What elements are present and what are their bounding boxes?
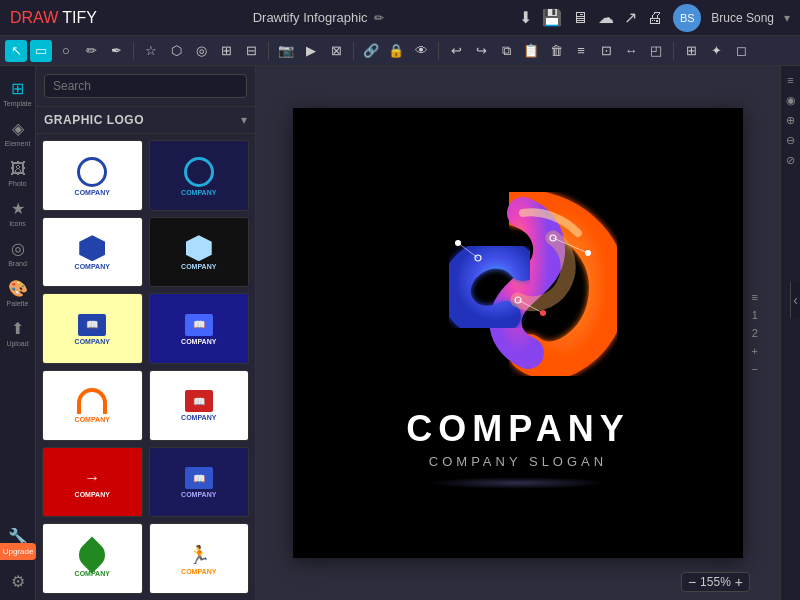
rs-icon-4[interactable]: ⊖	[783, 134, 799, 150]
photo-icon: 🖼	[10, 160, 26, 178]
group-tool[interactable]: ⊡	[595, 40, 617, 62]
pen-tool[interactable]: ✏	[80, 40, 102, 62]
canvas-content: COMPANY COMPANY SLOGAN	[293, 108, 743, 558]
template-item[interactable]: 📖COMPANYgraphic-logo-blue-red500*500 px	[149, 370, 250, 441]
sidebar-item-photo[interactable]: 🖼 Photo	[2, 154, 34, 192]
right-ctrl-3[interactable]: 2	[752, 327, 758, 339]
upload-label: Upload	[6, 340, 28, 347]
template-panel: GRAPHIC LOGO ▾ COMPANYgraphic-logo-Flowe…	[36, 66, 256, 600]
rect-tool[interactable]: ▭	[30, 40, 52, 62]
element-icon: ◈	[12, 119, 24, 138]
save-icon[interactable]: 💾	[542, 8, 562, 27]
template-item[interactable]: COMPANYgraphic-logo-blue-yellow500*500 p…	[42, 370, 143, 441]
template-item[interactable]: 📖COMPANYgraphic-logo-blue500*500 px	[42, 293, 143, 364]
sidebar-item-element[interactable]: ◈ Element	[2, 114, 34, 152]
edit-icon[interactable]: ✏	[374, 11, 384, 25]
template-label: Template	[3, 100, 31, 107]
sidebar-item-brand[interactable]: ◎ Brand	[2, 234, 34, 272]
svg-point-5	[540, 310, 546, 316]
template-item[interactable]: COMPANYgraphic-logo-Flower-st...500*500 …	[149, 217, 250, 288]
canvas[interactable]: COMPANY COMPANY SLOGAN	[293, 108, 743, 558]
cloud-icon[interactable]: ☁	[598, 8, 614, 27]
table-tool[interactable]: ⊟	[240, 40, 262, 62]
star-tool[interactable]: ☆	[140, 40, 162, 62]
rs-icon-3[interactable]: ⊕	[783, 114, 799, 130]
sidebar-item-icons[interactable]: ★ Icons	[2, 194, 34, 232]
sidebar-item-settings[interactable]: ⚙	[2, 562, 34, 600]
template-item[interactable]: COMPANYgraphic-logo-Flower-st...500*500 …	[42, 140, 143, 211]
rs-icon-1[interactable]: ≡	[783, 74, 799, 90]
arc-tool[interactable]: ◎	[190, 40, 212, 62]
vector-tool[interactable]: ✒	[105, 40, 127, 62]
image-tool[interactable]: 📷	[275, 40, 297, 62]
select-tool[interactable]: ↖	[5, 40, 27, 62]
right-ctrl-4[interactable]: +	[752, 345, 758, 357]
template-icon: ⊞	[11, 79, 24, 98]
download-icon[interactable]: ⬇	[519, 8, 532, 27]
doc-title-area: Drawtify Infographic ✏	[117, 10, 519, 25]
search-input[interactable]	[44, 74, 247, 98]
mask-tool[interactable]: ◻	[730, 40, 752, 62]
company-name[interactable]: COMPANY	[406, 408, 629, 450]
main-layout: ⊞ Template ◈ Element 🖼 Photo ★ Icons ◎ B…	[0, 66, 800, 600]
template-item[interactable]: COMPANYgraphic-logo-Flower-bl...500*500 …	[149, 140, 250, 211]
template-item[interactable]: →COMPANYgraphic-logo-red500*500 px	[42, 447, 143, 518]
logo-graphic[interactable]	[398, 178, 638, 398]
play-tool[interactable]: ▶	[300, 40, 322, 62]
polygon-tool[interactable]: ⬡	[165, 40, 187, 62]
template-item[interactable]: 🏃COMPANYgraphic-logo-orange500*500 px	[149, 523, 250, 594]
avatar[interactable]: BS	[673, 4, 701, 32]
canvas-area[interactable]: COMPANY COMPANY SLOGAN ≡ 1 2 + − − 155% …	[256, 66, 780, 600]
zoom-minus-button[interactable]: −	[688, 575, 696, 589]
sidebar-item-palette[interactable]: 🎨 Palette	[2, 274, 34, 312]
right-ctrl-1[interactable]: ≡	[752, 291, 758, 303]
upload-icon: ⬆	[11, 319, 24, 338]
category-dropdown-icon[interactable]: ▾	[241, 113, 247, 127]
order-tool[interactable]: ◰	[645, 40, 667, 62]
palette-label: Palette	[7, 300, 29, 307]
preview-icon[interactable]: 🖥	[572, 9, 588, 27]
grid-tool[interactable]: ⊞	[215, 40, 237, 62]
rs-icon-2[interactable]: ◉	[783, 94, 799, 110]
user-menu-icon[interactable]: ▾	[784, 11, 790, 25]
element-label: Element	[5, 140, 31, 147]
sidebar-item-upload[interactable]: ⬆ Upload	[2, 314, 34, 352]
circle-tool[interactable]: ○	[55, 40, 77, 62]
redo-tool[interactable]: ↪	[470, 40, 492, 62]
right-ctrl-5[interactable]: −	[752, 363, 758, 375]
print-icon[interactable]: 🖨	[647, 9, 663, 27]
effect-tool[interactable]: ✦	[705, 40, 727, 62]
upgrade-button[interactable]: Upgrade	[0, 543, 36, 560]
copy-tool[interactable]: ⧉	[495, 40, 517, 62]
separator1	[133, 42, 134, 60]
doc-title: Drawtify Infographic	[253, 10, 368, 25]
template-item[interactable]: 📖COMPANYgraphic-logo-blue500*500 px	[149, 293, 250, 364]
topbar-right: ⬇ 💾 🖥 ☁ ↗ 🖨 BS Bruce Song ▾	[519, 4, 790, 32]
bar-tool[interactable]: ⊠	[325, 40, 347, 62]
panel-collapse-button[interactable]: ‹	[790, 282, 800, 318]
delete-tool[interactable]: 🗑	[545, 40, 567, 62]
flip-tool[interactable]: ↔	[620, 40, 642, 62]
format-tool[interactable]: ⊞	[680, 40, 702, 62]
zoom-plus-button[interactable]: +	[735, 575, 743, 589]
rs-icon-5[interactable]: ⊘	[783, 154, 799, 170]
eye-tool[interactable]: 👁	[410, 40, 432, 62]
template-item[interactable]: 📖COMPANYgraphic-logo-blue...500*500 px	[149, 447, 250, 518]
company-slogan[interactable]: COMPANY SLOGAN	[429, 454, 607, 469]
paste-tool[interactable]: 📋	[520, 40, 542, 62]
template-item[interactable]: COMPANYgraphic-logo-Flower-tl...500*500 …	[42, 217, 143, 288]
share-icon[interactable]: ↗	[624, 8, 637, 27]
toolbar2: ↖ ▭ ○ ✏ ✒ ☆ ⬡ ◎ ⊞ ⊟ 📷 ▶ ⊠ 🔗 🔒 👁 ↩ ↪ ⧉ 📋 …	[0, 36, 800, 66]
template-grid: COMPANYgraphic-logo-Flower-st...500*500 …	[36, 134, 255, 600]
lock-tool[interactable]: 🔒	[385, 40, 407, 62]
sidebar-item-template[interactable]: ⊞ Template	[2, 74, 34, 112]
topbar: DRAWTIFY Drawtify Infographic ✏ ⬇ 💾 🖥 ☁ …	[0, 0, 800, 36]
link-tool[interactable]: 🔗	[360, 40, 382, 62]
undo-tool[interactable]: ↩	[445, 40, 467, 62]
align-tool[interactable]: ≡	[570, 40, 592, 62]
right-ctrl-2[interactable]: 1	[752, 309, 758, 321]
settings-icon: ⚙	[11, 572, 25, 591]
template-item[interactable]: COMPANYgraphic-logo-green500*500 px	[42, 523, 143, 594]
avatar-initials: BS	[680, 12, 695, 24]
svg-point-2	[585, 250, 591, 256]
